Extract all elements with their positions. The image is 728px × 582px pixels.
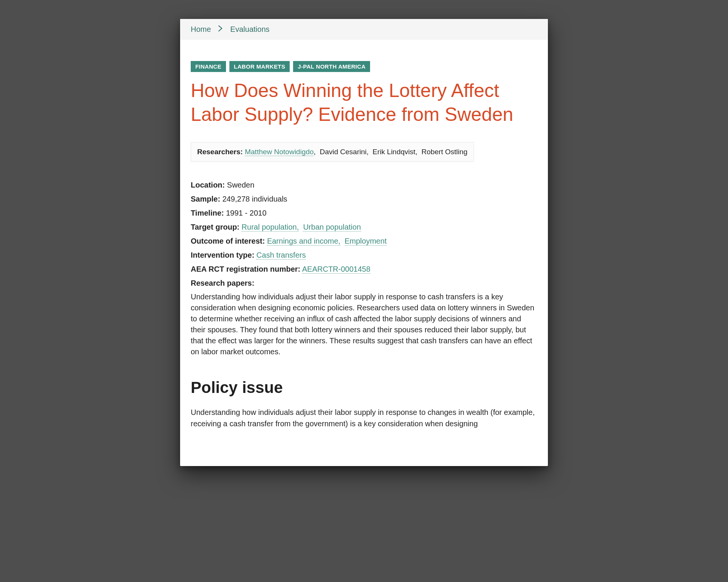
- breadcrumb-evaluations[interactable]: Evaluations: [230, 25, 269, 34]
- breadcrumb: Home Evaluations: [180, 19, 548, 40]
- outcome-employment-link[interactable]: Employment: [345, 237, 387, 246]
- target-urban-link[interactable]: Urban population: [303, 223, 361, 232]
- outcome-label: Outcome of interest:: [191, 237, 265, 245]
- chevron-right-icon: [218, 25, 223, 33]
- breadcrumb-home[interactable]: Home: [191, 25, 211, 34]
- aea-link[interactable]: AEARCTR-0001458: [302, 265, 370, 274]
- target-group-label: Target group:: [191, 223, 240, 231]
- summary-paragraph: Understanding how individuals adjust the…: [191, 291, 537, 357]
- sample-value: 249,278 individuals: [222, 195, 287, 203]
- researchers-box: Researchers: Matthew Notowidigdo, David …: [191, 142, 474, 162]
- policy-issue-body: Understanding how individuals adjust the…: [191, 407, 537, 429]
- outcome-earnings-link[interactable]: Earnings and income,: [267, 237, 340, 246]
- researchers-others: , David Cesarini, Erik Lindqvist, Robert…: [314, 148, 468, 156]
- intervention-label: Intervention type:: [191, 251, 254, 259]
- intervention-cash-link[interactable]: Cash transfers: [256, 251, 306, 260]
- content-area: FINANCE LABOR MARKETS J-PAL NORTH AMERIC…: [180, 40, 548, 429]
- aea-label: AEA RCT registration number:: [191, 265, 300, 273]
- policy-issue-heading: Policy issue: [191, 379, 537, 397]
- target-rural-link[interactable]: Rural population,: [242, 223, 299, 232]
- researchers-label: Researchers:: [197, 148, 243, 156]
- document-page: Home Evaluations FINANCE LABOR MARKETS J…: [180, 19, 548, 466]
- timeline-label: Timeline:: [191, 209, 224, 217]
- meta-block: Location: Sweden Sample: 249,278 individ…: [191, 179, 537, 289]
- tag-jpal-north-america[interactable]: J-PAL NORTH AMERICA: [293, 61, 370, 72]
- tag-labor-markets[interactable]: LABOR MARKETS: [229, 61, 290, 72]
- tag-list: FINANCE LABOR MARKETS J-PAL NORTH AMERIC…: [191, 61, 537, 72]
- location-label: Location:: [191, 181, 225, 189]
- location-value: Sweden: [227, 181, 254, 189]
- researcher-link-notowidigdo[interactable]: Matthew Notowidigdo: [245, 148, 314, 156]
- sample-label: Sample:: [191, 195, 220, 203]
- timeline-value: 1991 - 2010: [226, 209, 267, 217]
- research-papers-label: Research papers:: [191, 279, 254, 287]
- tag-finance[interactable]: FINANCE: [191, 61, 226, 72]
- page-title: How Does Winning the Lottery Affect Labo…: [191, 79, 537, 126]
